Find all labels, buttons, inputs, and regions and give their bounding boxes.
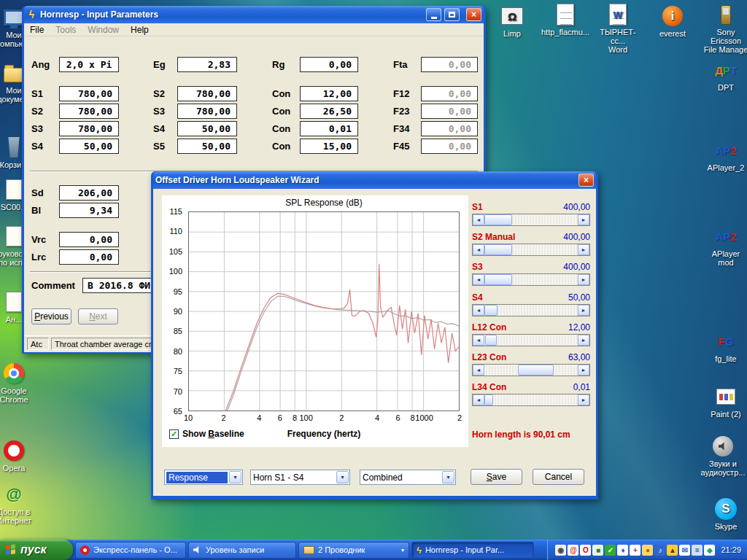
- param-field-con45[interactable]: 15,00: [300, 139, 358, 154]
- slider-thumb[interactable]: [484, 244, 512, 255]
- tray-icon[interactable]: ■: [592, 545, 603, 556]
- start-button[interactable]: пуск: [0, 540, 73, 560]
- param-field-con12[interactable]: 12,00: [300, 86, 358, 101]
- desktop-icon-google-chrome[interactable]: GoogleChrome: [0, 362, 38, 404]
- param-field-s4b[interactable]: 50,00: [59, 139, 119, 154]
- slider-l34[interactable]: ◄►: [472, 394, 590, 406]
- hornresp-titlebar[interactable]: ϟ Hornresp - Input Parameters ×: [24, 6, 484, 23]
- param-field-rg[interactable]: 0,00: [300, 57, 358, 72]
- menu-help[interactable]: Help: [125, 24, 155, 36]
- previous-button[interactable]: Previous: [31, 308, 71, 324]
- slider-track[interactable]: [484, 335, 578, 346]
- param-field-s3[interactable]: 780,00: [177, 104, 237, 119]
- param-field-f12[interactable]: 0,00: [421, 86, 478, 101]
- param-field-s2[interactable]: 780,00: [177, 86, 237, 101]
- combined-dropdown[interactable]: Combined ▼: [360, 470, 456, 485]
- slider-left-arrow[interactable]: ◄: [473, 335, 484, 346]
- slider-l23[interactable]: ◄►: [472, 364, 590, 376]
- slider-s3[interactable]: ◄►: [472, 273, 590, 286]
- slider-track[interactable]: [484, 214, 578, 225]
- slider-left-arrow[interactable]: ◄: [473, 244, 484, 255]
- param-field-vrc[interactable]: 0,00: [59, 232, 119, 247]
- desktop-icon-paint2[interactable]: Paint (2): [702, 385, 747, 419]
- tray-icon[interactable]: ✉: [679, 545, 690, 556]
- desktop-icon-limp[interactable]: ΩLimp: [488, 4, 536, 38]
- desktop-icon-skype[interactable]: SSkype: [702, 497, 747, 531]
- param-field-eg[interactable]: 2,83: [177, 57, 237, 72]
- chevron-down-icon[interactable]: ▼: [229, 471, 241, 483]
- desktop-icon-http-flacmu[interactable]: http_flacmu...: [541, 3, 589, 36]
- chevron-down-icon[interactable]: ▼: [442, 471, 454, 483]
- desktop-icon-sony-ericsson[interactable]: Sony EricssonFile Manage: [702, 3, 747, 54]
- slider-track[interactable]: [484, 305, 578, 316]
- slider-thumb[interactable]: [485, 335, 496, 346]
- desktop-icon-everest[interactable]: ieverest: [649, 4, 697, 38]
- slider-track[interactable]: [484, 274, 578, 285]
- desktop-icon-aplayer-mod[interactable]: AP2APlayermod: [702, 225, 747, 267]
- chevron-down-icon[interactable]: ▼: [336, 471, 349, 483]
- tray-icon[interactable]: +: [630, 545, 640, 556]
- menu-window[interactable]: Window: [82, 24, 125, 36]
- wizard-close-button[interactable]: ×: [578, 174, 594, 187]
- menu-tools[interactable]: Tools: [50, 24, 82, 36]
- wizard-titlebar[interactable]: Offset Driver Horn Loudspeaker Wizard ×: [153, 171, 596, 189]
- tray-icon[interactable]: O: [580, 545, 591, 556]
- slider-s1[interactable]: ◄►: [472, 214, 590, 226]
- tray-icon[interactable]: ◆: [704, 545, 715, 556]
- param-field-fta[interactable]: 0,00: [421, 57, 478, 72]
- param-field-f23[interactable]: 0,00: [421, 104, 478, 119]
- taskbar-clock[interactable]: 21:29: [721, 545, 741, 554]
- param-field-s5[interactable]: 50,00: [177, 139, 237, 154]
- desktop-icon-word-doc[interactable]: WТЫРНЕТ-сс...Word: [594, 3, 642, 54]
- tray-icon[interactable]: ♦: [617, 545, 628, 556]
- slider-track[interactable]: [484, 394, 578, 405]
- param-field-f34[interactable]: 0,00: [421, 121, 478, 136]
- menu-file[interactable]: File: [24, 24, 50, 36]
- slider-s4[interactable]: ◄►: [472, 304, 590, 316]
- cancel-button[interactable]: Cancel: [533, 469, 584, 485]
- minimize-button[interactable]: [426, 8, 441, 21]
- tray-icon[interactable]: ≡: [692, 545, 703, 556]
- param-field-s4[interactable]: 50,00: [177, 121, 237, 136]
- param-field-f45[interactable]: 0,00: [421, 139, 478, 154]
- slider-l12[interactable]: ◄►: [472, 334, 590, 346]
- slider-thumb[interactable]: [484, 214, 512, 225]
- tray-icon[interactable]: ◉: [555, 545, 566, 556]
- param-field-s1[interactable]: 780,00: [59, 86, 119, 101]
- param-field-ang[interactable]: 2,0 x Pi: [59, 57, 119, 72]
- desktop-icon-aplayer2[interactable]: AP2APlayer_2: [702, 139, 747, 172]
- tray-icon[interactable]: @: [568, 545, 578, 556]
- next-button[interactable]: Next: [78, 308, 118, 324]
- tray-icon[interactable]: ●: [642, 545, 653, 556]
- slider-thumb[interactable]: [518, 365, 554, 376]
- desktop-icon-dpt[interactable]: ДРТDPT: [702, 58, 747, 92]
- slider-left-arrow[interactable]: ◄: [473, 214, 484, 225]
- slider-right-arrow[interactable]: ►: [578, 214, 589, 225]
- desktop-icon-internet-access[interactable]: @Доступ вИнтернет: [0, 483, 38, 525]
- slider-right-arrow[interactable]: ►: [578, 365, 589, 376]
- slider-left-arrow[interactable]: ◄: [473, 305, 484, 316]
- close-button[interactable]: ×: [466, 8, 481, 21]
- slider-s2[interactable]: ◄►: [472, 244, 590, 256]
- taskbar-button-hornresp[interactable]: ϟ Hornresp - Input Par...: [411, 542, 534, 559]
- slider-right-arrow[interactable]: ►: [578, 335, 589, 346]
- param-field-con34[interactable]: 0,01: [300, 121, 358, 136]
- tray-icon[interactable]: ♪: [654, 545, 665, 556]
- maximize-button[interactable]: [444, 8, 460, 21]
- slider-right-arrow[interactable]: ►: [578, 274, 589, 285]
- param-field-sd[interactable]: 206,00: [59, 185, 119, 201]
- save-button[interactable]: Save: [471, 469, 522, 485]
- param-field-bl[interactable]: 9,34: [59, 203, 119, 218]
- tray-icon[interactable]: ▲: [667, 545, 678, 556]
- slider-left-arrow[interactable]: ◄: [473, 365, 484, 376]
- slider-right-arrow[interactable]: ►: [578, 305, 589, 316]
- response-dropdown[interactable]: Response ▼: [164, 470, 243, 485]
- slider-track[interactable]: [484, 365, 578, 376]
- desktop-icon-fg-lite[interactable]: FGfg_lite: [702, 330, 747, 363]
- slider-thumb[interactable]: [484, 305, 498, 316]
- param-field-s3b[interactable]: 780,00: [59, 121, 119, 136]
- slider-right-arrow[interactable]: ►: [578, 244, 589, 255]
- slider-thumb[interactable]: [484, 274, 512, 285]
- taskbar-button-opera[interactable]: Экспресс-панель - O...: [75, 542, 186, 559]
- tray-icon[interactable]: ✓: [605, 545, 616, 556]
